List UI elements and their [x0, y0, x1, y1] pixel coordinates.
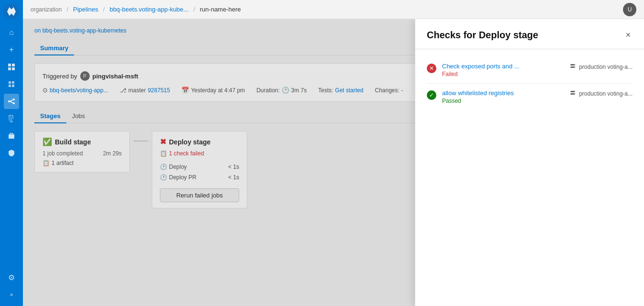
duration-value: 3m 7s [291, 87, 307, 94]
branch-name: master [128, 87, 146, 94]
svg-rect-9 [9, 134, 14, 139]
stage-connector [130, 141, 152, 142]
svg-point-6 [13, 102, 15, 104]
branch-icon: ⎇ [120, 87, 127, 94]
sidebar-item-security[interactable] [4, 145, 19, 161]
svg-rect-2 [8, 67, 11, 70]
sidebar-item-home[interactable]: ⌂ [4, 25, 19, 40]
app-logo[interactable] [4, 4, 19, 19]
deploy-job-duration-2: < 1s [228, 174, 239, 181]
topbar-right: U [623, 3, 636, 16]
check-name-1[interactable]: Check exposed ports and ... [442, 63, 564, 70]
svg-point-5 [13, 98, 15, 100]
deploy-stage-name: Deploy stage [169, 138, 211, 146]
svg-rect-1 [12, 64, 15, 66]
connector-line [134, 141, 148, 142]
check-status-2: Passed [442, 98, 564, 104]
changes-label: Changes: [375, 87, 399, 94]
deploy-stage-header: ✖ Deploy stage [160, 137, 239, 146]
check-pass-icon-2: ✓ [427, 90, 436, 100]
tab-jobs[interactable]: Jobs [66, 109, 91, 123]
tests-link[interactable]: Get started [335, 87, 363, 94]
main-content: organization / Pipelines / bbq-beets.vot… [23, 0, 644, 306]
build-jobs-label: 1 job completed [42, 150, 83, 157]
build-stage-meta: 1 job completed 2m 29s [42, 150, 122, 157]
build-stage-card: ✅ Build stage 1 job completed 2m 29s 📋 1… [34, 131, 130, 173]
topbar-pipeline-name[interactable]: bbq-beets.voting-app-kube... [109, 6, 189, 13]
svg-point-12 [574, 65, 575, 66]
svg-point-13 [574, 67, 575, 68]
svg-line-7 [10, 100, 13, 102]
sidebar-item-boards[interactable] [4, 59, 19, 75]
duration-label: Duration: [256, 87, 280, 94]
sidebar-item-create[interactable]: + [4, 42, 19, 57]
branch-item: ⎇ master 9287515 [120, 87, 170, 94]
expand-sidebar-icon[interactable]: » [4, 287, 19, 302]
date-item: 📅 Yesterday at 4:47 pm [181, 87, 245, 94]
build-stage-header: ✅ Build stage [42, 137, 122, 146]
deploy-job-label-2: Deploy PR [169, 174, 196, 181]
sidebar-bottom: ⚙ » [4, 270, 19, 306]
clock-icon-1: 🕐 [160, 164, 167, 170]
build-stage-name: Build stage [55, 138, 91, 146]
repo-link[interactable]: bbq-beets/voting-app... [50, 87, 108, 94]
deploy-stage-card: ✖ Deploy stage 📋 1 check failed 🕐 Deploy… [152, 131, 247, 208]
build-success-icon: ✅ [42, 137, 52, 146]
deploy-job-1: 🕐 Deploy < 1s [160, 162, 239, 172]
tests-item: Tests: Get started [318, 87, 364, 94]
topbar-sep-2: / [103, 6, 105, 13]
changes-value: - [401, 87, 403, 94]
tests-label: Tests: [318, 87, 333, 94]
sidebar-item-repos[interactable] [4, 76, 19, 92]
settings-icon[interactable]: ⚙ [4, 270, 19, 285]
svg-point-16 [574, 91, 575, 92]
topbar-org: organization [31, 6, 62, 13]
repo-item: ⊙ bbq-beets/voting-app... [42, 87, 108, 94]
topbar-sep-1: / [66, 6, 68, 13]
calendar-icon: 📅 [181, 87, 189, 94]
run-date: Yesterday at 4:47 pm [191, 87, 245, 94]
topbar-pipelines-link[interactable]: Pipelines [73, 6, 98, 13]
deploy-job-label-1: Deploy [169, 164, 187, 170]
clock-icon-2: 🕐 [160, 174, 167, 181]
artifact-label: 1 artifact [52, 160, 74, 166]
check-resource-1: production voting-a... [570, 63, 633, 71]
commit-hash[interactable]: 9287515 [148, 87, 170, 94]
check-failed-link[interactable]: 📋 1 check failed [160, 150, 239, 157]
changes-item: Changes: - [375, 87, 403, 94]
topbar: organization / Pipelines / bbq-beets.vot… [23, 0, 644, 19]
svg-rect-3 [12, 67, 15, 70]
user-avatar[interactable]: U [623, 3, 636, 16]
svg-point-17 [574, 94, 575, 95]
sidebar: ⌂ + ⚙ » [0, 0, 23, 306]
sidebar-item-artifacts[interactable] [4, 128, 19, 143]
trigger-user-name: pingvishal-msft [93, 73, 138, 80]
deploy-job-2: 🕐 Deploy PR < 1s [160, 172, 239, 183]
check-info-2: allow whitelisted registries Passed [442, 89, 564, 104]
tab-summary[interactable]: Summary [34, 42, 74, 55]
checks-panel-header: Checks for Deploy stage × [415, 19, 644, 49]
sidebar-item-test[interactable] [4, 111, 19, 126]
repo-icon: ⊙ [42, 87, 48, 94]
check-item-1: ✕ Check exposed ports and ... Failed [427, 57, 633, 84]
deploy-job-duration-1: < 1s [228, 164, 239, 170]
svg-line-8 [10, 101, 13, 103]
resource-icon-2 [570, 89, 576, 98]
topbar-run-name: run-name-here [200, 6, 241, 13]
build-artifact: 📋 1 artifact [42, 160, 122, 166]
checks-panel: Checks for Deploy stage × ✕ Check expose… [415, 19, 644, 306]
artifact-icon: 📋 [42, 160, 50, 166]
checks-panel-close-button[interactable]: × [623, 29, 633, 41]
check-item-2: ✓ allow whitelisted registries Passed [427, 84, 633, 110]
build-duration: 2m 29s [103, 150, 122, 157]
duration-item: Duration: 🕐 3m 7s [256, 87, 306, 94]
resource-icon-1 [570, 63, 576, 71]
check-name-2[interactable]: allow whitelisted registries [442, 89, 564, 97]
trigger-user-avatar: P [80, 71, 90, 81]
rerun-failed-jobs-button[interactable]: Rerun failed jobs [160, 188, 239, 202]
deploy-job-name-2: 🕐 Deploy PR [160, 174, 196, 181]
tab-stages[interactable]: Stages [34, 109, 66, 123]
branch-link[interactable]: on bbq-beets.voting-app-kubernetes [34, 27, 127, 34]
topbar-sep-3: / [193, 6, 195, 13]
sidebar-item-pipelines[interactable] [4, 94, 19, 109]
